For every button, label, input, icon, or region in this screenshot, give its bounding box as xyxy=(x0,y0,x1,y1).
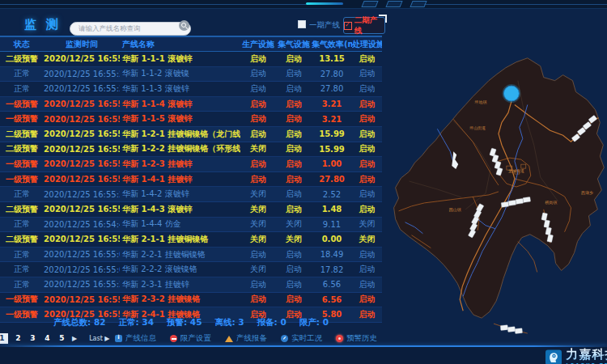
toolbar-buttons: 产线信息限产设置产线报备实时工况预警历史 xyxy=(115,333,377,344)
toolbar-button-tri[interactable]: 产线报备 xyxy=(225,333,267,344)
cell-prod: 关闭 xyxy=(240,143,276,154)
map-label: 龙城街道 xyxy=(508,168,524,174)
cell-prod: 启动 xyxy=(240,249,276,260)
county-shape xyxy=(394,58,605,318)
toolbar-button-info[interactable]: 产线信息 xyxy=(115,333,156,344)
table-row[interactable]: 二级预警2020/12/25 16:55:24华新 1-2-2 挂镀铜镍铬（环形… xyxy=(0,142,382,158)
page-button[interactable]: 4 xyxy=(43,333,52,344)
table-row[interactable]: 二级预警2020/12/25 16:55:04华新 1-4-3 滚镀锌关闭启动1… xyxy=(0,202,382,218)
toolbar-button-gauge[interactable]: 实时工况 xyxy=(281,333,322,344)
summary-item: 产线总数: 82 xyxy=(53,317,105,328)
summary-item: 报备: 0 xyxy=(257,317,287,328)
monitoring-table: 状态监测时间产线名称生产设施集气设施集气效率(m³/s)处理设施 二级预警202… xyxy=(0,36,382,323)
cell-treat: 启动 xyxy=(352,113,382,125)
decor-rect xyxy=(361,1,378,7)
table-row[interactable]: 正常2020/12/25 16:54:44华新 1-4-4 仿金关闭关闭9.11… xyxy=(0,218,382,233)
cell-eff: 27.80 xyxy=(312,70,352,78)
cell-treat: 启动 xyxy=(352,264,382,275)
route-shield-icon xyxy=(515,328,522,334)
cell-time: 2020/12/25 16:55:04 xyxy=(44,250,120,259)
table-row[interactable]: 二级预警2020/12/25 16:55:04华新 1-2-1 挂镀铜镍铬（龙门… xyxy=(0,127,382,142)
cell-time: 2020/12/25 16:55:24 xyxy=(44,159,120,168)
cell-status: 一级预警 xyxy=(0,159,44,170)
cell-name: 华新 2-1-1 挂镀铜镍铬 xyxy=(120,234,240,245)
map-label: 坪山街道 xyxy=(469,125,486,131)
decor-rect xyxy=(410,1,427,7)
table-row[interactable]: 正常2020/12/25 16:55:04华新 2-2-1 挂镀铜镍铬启动启动1… xyxy=(0,248,382,263)
table-row[interactable]: 一级预警2020/12/25 16:55:24华新 1-4-1 挂镀锌启动启动2… xyxy=(0,172,382,188)
cell-treat: 启动 xyxy=(352,129,382,140)
cell-status: 一级预警 xyxy=(0,113,44,125)
cell-treat: 启动 xyxy=(352,188,382,200)
cell-status: 二级预警 xyxy=(0,53,44,65)
cell-treat: 启动 xyxy=(352,53,382,65)
cell-eff: 15.99 xyxy=(312,129,352,138)
map-marker[interactable] xyxy=(502,84,520,103)
cell-name: 华新 1-4-1 挂镀锌 xyxy=(120,174,240,185)
search-icon[interactable] xyxy=(179,20,189,31)
cell-time: 2020/12/25 16:55:24 xyxy=(44,54,120,63)
map-panel[interactable]: 坪地镇坪山街道龙城街道园山镇横岗镇西湖乡 xyxy=(380,23,607,346)
toolbar-button-alarm[interactable]: 预警历史 xyxy=(336,333,377,344)
table-row[interactable]: 正常2020/12/25 16:55:04华新 2-2-2 滚镀镍铬关闭启动17… xyxy=(0,262,382,277)
logo-name: 力嘉科技 xyxy=(566,347,607,362)
cell-treat: 关闭 xyxy=(352,234,382,245)
cell-time: 2020/12/25 16:55:24 xyxy=(44,115,120,124)
cell-treat: 启动 xyxy=(352,174,382,185)
cell-eff: 18.49 xyxy=(312,250,352,259)
cell-eff: 3.21 xyxy=(312,99,352,108)
column-header: 状态 xyxy=(0,39,44,50)
column-header: 集气设施 xyxy=(276,39,312,50)
toolbar-button-ban[interactable]: 限产设置 xyxy=(170,333,211,344)
table-row[interactable]: 二级预警2020/12/25 16:55:24华新 1-1-1 滚镀锌启动启动1… xyxy=(0,52,382,67)
table-header-row: 状态监测时间产线名称生产设施集气设施集气效率(m³/s)处理设施 xyxy=(0,36,382,52)
filter-phase2-checkbox[interactable]: 二期产线 xyxy=(343,17,385,34)
district-map[interactable]: 坪地镇坪山街道龙城街道园山镇横岗镇西湖乡 xyxy=(380,23,607,346)
cell-time: 2020/12/25 16:55:24 xyxy=(44,190,120,199)
page-button[interactable]: 1 xyxy=(0,333,8,344)
search-input[interactable] xyxy=(70,22,191,36)
table-row[interactable]: 一级预警2020/12/25 16:55:24华新 2-3-2 挂镀镍铬启动启动… xyxy=(0,293,382,308)
toolbar-button-label: 限产设置 xyxy=(180,333,211,344)
cell-name: 华新 2-2-1 挂镀铜镍铬 xyxy=(120,249,240,260)
cell-gas: 启动 xyxy=(276,174,312,185)
summary-item: 限产: 0 xyxy=(299,317,329,328)
cell-prod: 启动 xyxy=(240,174,276,185)
cell-treat: 启动 xyxy=(352,294,382,305)
cell-gas: 启动 xyxy=(276,159,312,170)
page-button[interactable]: 5 xyxy=(57,333,66,344)
cell-treat: 启动 xyxy=(352,143,382,154)
filter-phase1-checkbox[interactable]: 一期产线 xyxy=(298,20,340,31)
summary-bar: 产线总数: 82正常: 34预警: 45离线: 3报备: 0限产: 0 xyxy=(0,316,382,329)
table-row[interactable]: 正常2020/12/25 16:55:24华新 1-1-2 滚镀镍启动启动27.… xyxy=(0,67,382,83)
decor-cyan-segment xyxy=(306,2,343,5)
table-body: 二级预警2020/12/25 16:55:24华新 1-1-1 滚镀锌启动启动1… xyxy=(0,52,382,323)
cell-status: 正常 xyxy=(0,279,44,290)
page-button[interactable]: 3 xyxy=(28,333,37,344)
cell-gas: 启动 xyxy=(276,53,312,65)
page-button[interactable]: 2 xyxy=(14,333,23,344)
cell-status: 二级预警 xyxy=(0,143,44,154)
alert-marker-icon[interactable] xyxy=(503,86,519,101)
table-row[interactable]: 正常2020/12/25 16:55:24华新 1-1-3 滚镀锌启动启动27.… xyxy=(0,82,382,97)
route-shield-icon xyxy=(508,200,516,205)
cell-name: 华新 1-2-1 挂镀铜镍铬（龙门线） xyxy=(120,129,240,140)
cell-name: 华新 1-2-2 挂镀铜镍铬（环形线） xyxy=(120,143,240,154)
cell-gas: 关闭 xyxy=(276,234,312,245)
table-row[interactable]: 二级预警2020/12/25 16:55:24华新 2-1-1 挂镀铜镍铬关闭关… xyxy=(0,232,382,248)
cell-eff: 15.99 xyxy=(312,145,352,154)
cell-prod: 启动 xyxy=(240,159,276,170)
table-row[interactable]: 一级预警2020/12/25 16:55:24华新 1-1-4 滚镀锌启动启动3… xyxy=(0,97,382,112)
cell-eff: 1.48 xyxy=(312,205,352,214)
cell-gas: 启动 xyxy=(276,264,312,275)
table-row[interactable]: 一级预警2020/12/25 16:55:24华新 1-2-3 挂镀锌启动启动1… xyxy=(0,157,382,172)
column-header: 处理设施 xyxy=(352,39,382,50)
table-row[interactable]: 一级预警2020/12/25 16:55:24华新 1-1-5 滚镀锌启动启动3… xyxy=(0,112,382,127)
last-page-button[interactable]: Last ▶ xyxy=(89,335,109,342)
cell-gas: 启动 xyxy=(276,204,312,215)
cell-time: 2020/12/25 16:55:24 xyxy=(44,99,120,108)
next-page-button[interactable]: ▶ xyxy=(72,335,77,342)
table-row[interactable]: 正常2020/12/25 16:55:24华新 2-3-1 挂镀锌启动启动6.5… xyxy=(0,277,382,293)
toolbar-button-label: 产线报备 xyxy=(236,333,267,344)
table-row[interactable]: 正常2020/12/25 16:55:24华新 1-4-2 滚镀锌关闭启动2.5… xyxy=(0,187,382,202)
